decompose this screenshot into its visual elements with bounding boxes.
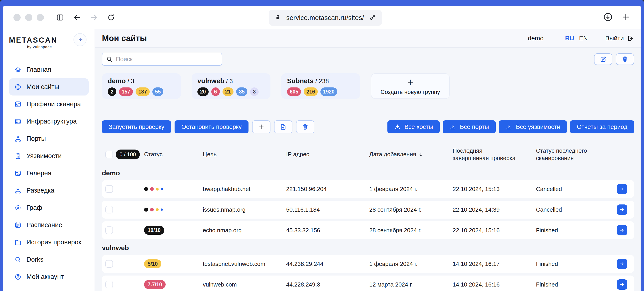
import-targets-button[interactable]: [274, 120, 292, 133]
export-all-vulns-button[interactable]: Все уязвимости: [499, 120, 567, 133]
row-checkbox[interactable]: [105, 260, 113, 268]
col-added-sort[interactable]: Дата добавления: [369, 151, 453, 158]
scan-progress-dots: [144, 208, 203, 212]
row-open-button[interactable]: [617, 225, 627, 235]
row-open-button[interactable]: [617, 259, 627, 269]
row-added: 1 февраля 2024 г.: [369, 260, 453, 267]
sidebar-item-my-account[interactable]: Мой аккаунт: [9, 268, 89, 285]
graph-icon: [14, 204, 22, 211]
logout-button[interactable]: Выйти: [605, 35, 634, 42]
sort-desc-icon: [418, 152, 424, 157]
delete-groups-button[interactable]: [616, 53, 634, 65]
user-circle-icon: [14, 273, 22, 280]
sidebar-toggle-icon[interactable]: [56, 13, 64, 22]
address-bar[interactable]: service.metascan.ru/sites/: [269, 10, 382, 26]
row-open-button[interactable]: [617, 279, 627, 290]
back-icon[interactable]: [72, 13, 82, 22]
col-ip: IP адрес: [286, 151, 369, 158]
logo-subtext: by vulnspace: [9, 45, 52, 49]
stop-scan-button[interactable]: Остановить проверку: [174, 120, 248, 133]
group-card-demo[interactable]: demo/ 3 2 157 137 55: [102, 73, 181, 99]
table-row[interactable]: issues.nmap.org 50.116.1.184 28 сентября…: [102, 201, 634, 219]
edit-icon: [600, 56, 607, 63]
row-target: testaspnet.vulnweb.com: [203, 260, 286, 267]
table-row[interactable]: 5/10 testaspnet.vulnweb.com 44.238.29.24…: [102, 255, 634, 273]
col-status: Статус: [144, 151, 203, 158]
trash-icon: [621, 56, 628, 63]
dot-yellow: [156, 188, 159, 191]
copy-link-icon[interactable]: [369, 14, 376, 22]
lang-ru-button[interactable]: RU: [565, 35, 574, 42]
search-box[interactable]: [102, 53, 222, 66]
row-scan-status: Finished: [536, 260, 617, 267]
row-checkbox[interactable]: [105, 206, 113, 213]
row-ip: 50.116.1.184: [286, 206, 369, 213]
group-card-subnets[interactable]: Subnets/ 238 605 216 1920: [281, 73, 360, 99]
start-scan-button[interactable]: Запустить проверку: [102, 120, 171, 133]
logout-icon: [627, 35, 634, 42]
select-all-checkbox[interactable]: [105, 151, 113, 158]
new-tab-icon[interactable]: [621, 12, 630, 23]
period-reports-button[interactable]: Отчеты за период: [570, 120, 634, 133]
sidebar-item-scanner-profiles[interactable]: Профили сканера: [9, 96, 89, 113]
add-target-button[interactable]: [252, 120, 270, 133]
window-zoom-dot[interactable]: [37, 14, 44, 21]
window-close-dot[interactable]: [14, 14, 20, 21]
score-badge: 7.7/10: [144, 280, 166, 289]
refresh-icon[interactable]: [107, 13, 116, 22]
create-group-card[interactable]: + Создать новую группу: [371, 73, 450, 99]
score-badge: 5/10: [144, 259, 161, 268]
arrow-right-icon: [619, 186, 625, 192]
edit-groups-button[interactable]: [594, 53, 612, 65]
sidebar-item-dorks[interactable]: Dorks: [9, 251, 89, 268]
table-row[interactable]: 7.7/10 vulnweb.com 44.228.249.3 12 марта…: [102, 275, 634, 291]
forward-icon[interactable]: [90, 13, 98, 22]
sidebar-item-infrastructure[interactable]: Инфраструктура: [9, 113, 89, 130]
dot-yellow: [156, 208, 159, 211]
plus-icon: +: [407, 77, 414, 87]
col-added-label: Дата добавления: [369, 151, 416, 158]
search-icon: [14, 256, 22, 263]
export-all-ports-button[interactable]: Все порты: [443, 120, 496, 133]
table-row[interactable]: 10/10 echo.nmap.org 45.33.32.156 28 сент…: [102, 221, 634, 239]
dot-red: [150, 208, 154, 211]
search-input[interactable]: [116, 56, 218, 63]
row-checkbox[interactable]: [105, 226, 113, 234]
home-icon: [14, 66, 22, 73]
sidebar-item-ports[interactable]: Порты: [9, 130, 89, 147]
severity-badge: 20: [198, 87, 208, 96]
sidebar-collapse-button[interactable]: [74, 33, 86, 46]
sidebar-item-vulnerabilities[interactable]: Уязвимости: [9, 147, 89, 165]
scan-progress-dots: [144, 187, 203, 191]
delete-targets-button[interactable]: [296, 120, 314, 133]
row-open-button[interactable]: [617, 184, 627, 194]
row-scan-status: Finished: [536, 281, 617, 288]
row-checkbox[interactable]: [105, 185, 113, 193]
downloads-icon[interactable]: [603, 12, 613, 23]
account-name[interactable]: demo: [528, 35, 544, 42]
window-minimize-dot[interactable]: [25, 14, 32, 21]
lock-icon: [274, 14, 281, 22]
lang-en-button[interactable]: EN: [579, 35, 588, 42]
stop-scan-label: Остановить проверку: [181, 124, 242, 130]
group-card-vulnweb[interactable]: vulnweb/ 3 20 6 21 35 3: [192, 73, 270, 99]
sidebar-item-gallery[interactable]: Галерея: [9, 165, 89, 182]
row-target: echo.nmap.org: [203, 227, 286, 234]
arrow-right-icon: [619, 227, 625, 233]
collapse-arrow-icon: [76, 36, 84, 43]
sidebar-item-graph[interactable]: Граф: [9, 199, 89, 216]
group-name: vulnweb: [198, 77, 224, 85]
row-checkbox[interactable]: [105, 281, 113, 288]
export-all-hosts-button[interactable]: Все хосты: [388, 120, 440, 133]
download-icon: [394, 124, 401, 130]
sidebar-item-recon[interactable]: Разведка: [9, 182, 89, 199]
table-row[interactable]: bwapp.hakhub.net 221.150.96.204 1 феврал…: [102, 180, 634, 198]
sidebar-item-home[interactable]: Главная: [9, 61, 89, 78]
severity-badge: 2: [108, 87, 116, 96]
sidebar-item-label: Главная: [26, 66, 51, 73]
sidebar-item-my-sites[interactable]: Мои сайты: [9, 78, 89, 96]
sidebar-item-schedule[interactable]: Расписание: [9, 216, 89, 234]
row-open-button[interactable]: [617, 204, 627, 215]
sidebar-item-label: Мой аккаунт: [26, 273, 64, 280]
sidebar-item-scan-history[interactable]: История проверок: [9, 234, 89, 251]
